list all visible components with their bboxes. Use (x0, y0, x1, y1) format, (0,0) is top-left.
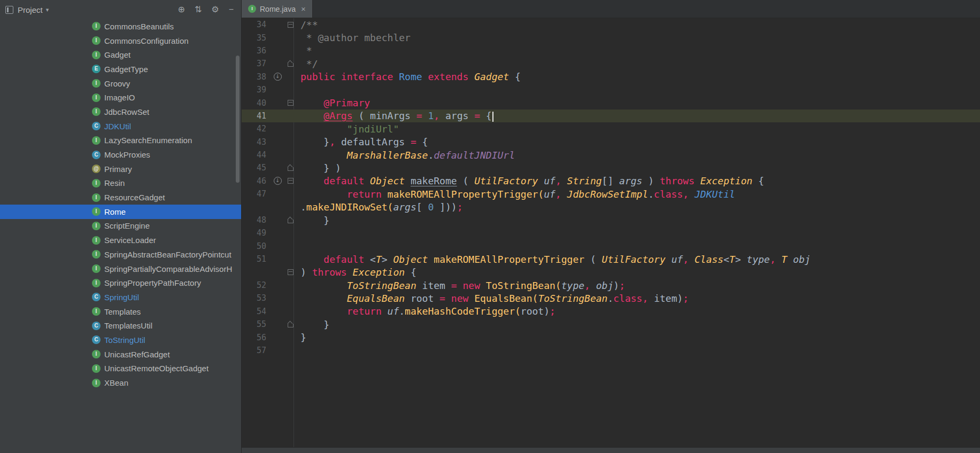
code-line-44[interactable]: 44 MarshallerBase.defaultJNDIUrl (242, 149, 980, 161)
code-line-42[interactable]: 42 "jndiUrl" (242, 122, 980, 135)
code-line-40[interactable]: 40 @Primary (242, 96, 980, 109)
tree-item-commonsbeanutils[interactable]: ICommonsBeanutils (0, 19, 241, 34)
code-token: } (300, 136, 329, 147)
code-editor[interactable]: 34/**35 * @author mbechler36 *37 */38↓pu… (242, 18, 980, 447)
line-number: 37 (242, 59, 272, 68)
code-line-50[interactable]: 50 (242, 240, 980, 253)
hide-panel-icon[interactable]: − (229, 5, 234, 14)
tree-item-resourcegadget[interactable]: IResourceGadget (0, 190, 241, 205)
fold-collapse-icon[interactable] (288, 324, 294, 327)
code-line-53[interactable]: 53 EqualsBean root = new EqualsBean(ToSt… (242, 292, 980, 304)
project-panel-title[interactable]: Project (18, 5, 43, 14)
code-line-41[interactable]: 41 @Args ( minArgs = 1, args = { (242, 110, 980, 122)
code-line-45[interactable]: 45 } ) (242, 161, 980, 174)
code-token: public interface (300, 71, 399, 82)
collapse-all-icon[interactable]: ⇅ (195, 5, 202, 14)
code-line-35[interactable]: 35 * @author mbechler (242, 31, 980, 44)
tab-rome-java[interactable]: I Rome.java × (242, 0, 313, 18)
code-line-37[interactable]: 37 */ (242, 57, 980, 70)
fold-expand-icon[interactable] (288, 269, 294, 275)
tree-item-groovy[interactable]: IGroovy (0, 76, 241, 91)
line-number: 52 (242, 280, 272, 290)
code-line-47[interactable]: 47 return makeROMEAllPropertyTrigger(uf,… (242, 188, 980, 200)
code-line-54[interactable]: 54 return uf.makeHashCodeTrigger(root); (242, 305, 980, 318)
close-tab-icon[interactable]: × (301, 4, 306, 13)
fold-collapse-icon[interactable] (288, 220, 294, 223)
code-line-52[interactable]: 52 ToStringBean item = new ToStringBean(… (242, 279, 980, 292)
settings-gear-icon[interactable]: ⚙ (211, 5, 219, 14)
tree-item-unicastremoteobjectgadget[interactable]: IUnicastRemoteObjectGadget (0, 362, 241, 376)
tree-item-templates[interactable]: ITemplates (0, 304, 241, 319)
fold-expand-icon[interactable] (288, 178, 294, 184)
tree-item-tostringutil[interactable]: CToStringUtil (0, 333, 241, 347)
code-line-39[interactable]: 39 (242, 83, 980, 96)
code-line-46[interactable]: 46↓ default Object makeRome ( UtilFactor… (242, 175, 980, 188)
code-line-43[interactable]: 43 }, defaultArgs = { (242, 136, 980, 149)
code-line-34[interactable]: 34/** (242, 18, 980, 31)
line-number: 41 (242, 111, 272, 121)
tree-item-primary[interactable]: @Primary (0, 162, 241, 176)
code-line-51[interactable]: 51 default <T> Object makeROMEAllPropert… (242, 253, 980, 265)
tree-item-springutil[interactable]: CSpringUtil (0, 290, 241, 304)
line-number: 34 (242, 20, 272, 29)
code-token: args (619, 175, 642, 186)
code-token: type (747, 254, 770, 265)
tree-item-gadgettype[interactable]: EGadgetType (0, 62, 241, 76)
implemented-marker-icon[interactable]: ↓ (274, 177, 282, 185)
fold-collapse-icon[interactable] (288, 167, 294, 171)
code-text: EqualsBean root = new EqualsBean(ToStrin… (297, 293, 689, 304)
tree-item-mockproxies[interactable]: CMockProxies (0, 147, 241, 162)
tree-item-springpropertypathfactory[interactable]: ISpringPropertyPathFactory (0, 276, 241, 290)
tree-item-lazysearchenumeration[interactable]: ILazySearchEnumeration (0, 134, 241, 148)
tree-item-label: Primary (104, 165, 132, 174)
code-line-36[interactable]: 36 * (242, 44, 980, 57)
code-token: T (782, 254, 793, 265)
fold-expand-icon[interactable] (288, 100, 294, 106)
code-token: Class (695, 254, 723, 265)
code-token: makeROMEAllPropertyTrigger (434, 254, 584, 265)
tree-item-label: ServiceLoader (104, 236, 156, 245)
locate-file-icon[interactable]: ⊕ (178, 5, 185, 14)
tree-item-springabstractbeanfactorypointcut[interactable]: ISpringAbstractBeanFactoryPointcut (0, 247, 241, 262)
code-line-wrap[interactable]: .makeJNDIRowSet(args[ 0 ])); (242, 200, 980, 213)
tree-item-springpartiallycomparableadvisorh[interactable]: ISpringPartiallyComparableAdvisorH (0, 262, 241, 276)
interface-file-icon: I (248, 5, 256, 13)
tree-item-gadget[interactable]: IGadget (0, 48, 241, 62)
ide-window: Project ▾ ⊕⇅⚙− ICommonsBeanutilsICommons… (0, 0, 980, 453)
code-token: /** (300, 19, 318, 30)
chevron-down-icon[interactable]: ▾ (46, 6, 49, 13)
code-line-wrap[interactable]: ) throws Exception { (242, 265, 980, 278)
code-line-38[interactable]: 38↓public interface Rome extends Gadget … (242, 71, 980, 83)
code-line-48[interactable]: 48 } (242, 214, 980, 226)
code-text: @Primary (297, 97, 370, 108)
code-line-56[interactable]: 56} (242, 331, 980, 343)
interface-icon: I (92, 51, 101, 59)
code-line-57[interactable]: 57 (242, 344, 980, 357)
code-line-55[interactable]: 55 } (242, 318, 980, 331)
tree-item-rome[interactable]: IRome (0, 205, 241, 219)
tree-item-templatesutil[interactable]: CTemplatesUtil (0, 318, 241, 333)
code-token: . (648, 189, 654, 200)
tree-item-xbean[interactable]: IXBean (0, 376, 241, 390)
fold-expand-icon[interactable] (288, 22, 294, 28)
tree-scrollbar[interactable] (236, 56, 240, 183)
tree-item-unicastrefgadget[interactable]: IUnicastRefGadget (0, 347, 241, 362)
tree-item-resin[interactable]: IResin (0, 176, 241, 191)
tree-item-commonsconfiguration[interactable]: ICommonsConfiguration (0, 34, 241, 48)
code-token: ( minArgs (353, 110, 416, 121)
project-tool-window-icon[interactable] (5, 6, 13, 14)
tree-item-jdkutil[interactable]: CJDKUtil (0, 119, 241, 134)
code-token: = (474, 110, 486, 121)
tree-item-label: SpringUtil (104, 293, 139, 302)
tree-item-imageio[interactable]: IImageIO (0, 90, 241, 105)
code-line-49[interactable]: 49 (242, 226, 980, 239)
tree-item-scriptengine[interactable]: IScriptEngine (0, 219, 241, 233)
gutter-fold-slot (283, 217, 297, 223)
line-number: 44 (242, 150, 272, 160)
tree-item-serviceloader[interactable]: IServiceLoader (0, 233, 241, 247)
code-token: EqualsBean( (474, 293, 538, 304)
implemented-marker-icon[interactable]: ↓ (274, 73, 282, 81)
fold-collapse-icon[interactable] (288, 63, 294, 67)
tree-item-jdbcrowset[interactable]: IJdbcRowSet (0, 105, 241, 119)
code-token (300, 97, 323, 108)
